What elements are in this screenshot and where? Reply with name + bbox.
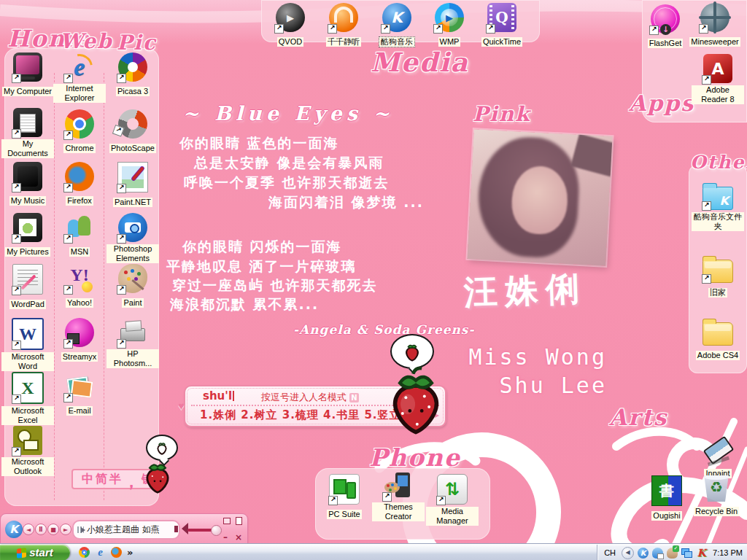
ime-mode-punctuation[interactable]: ， [123, 479, 139, 485]
pin-icon[interactable] [223, 518, 231, 524]
section-header-pic: Pic [117, 31, 157, 55]
shortcut-arrow-icon [117, 339, 126, 349]
desktop-icon-chrome[interactable]: Chrome [53, 109, 106, 154]
tray-kugou-icon[interactable]: K [638, 548, 649, 559]
shortcut-arrow-icon [63, 131, 73, 140]
section-header-media: Media [371, 47, 469, 77]
my-music-icon [13, 162, 42, 191]
desktop-icon-flashget[interactable]: FlashGet [639, 4, 692, 49]
tray-collapse-chevron[interactable]: ◀ [622, 547, 634, 559]
tray-msn-icon[interactable] [652, 548, 663, 559]
desktop-icon-media-manager[interactable]: ⇅Media Manager [426, 474, 479, 526]
desktop-icon-kugou-folder[interactable]: K酷狗音乐文件夹 [692, 179, 744, 232]
icon-label: Firefox [66, 196, 93, 206]
desktop-icon-internet-explorer[interactable]: eInternet Explorer [53, 52, 106, 104]
desktop-icon-quicktime[interactable]: QQuickTime [476, 3, 528, 47]
shortcut-arrow-icon [274, 24, 284, 34]
media-manager-icon: ⇅ [437, 474, 468, 505]
desktop-icon-photoscape[interactable]: PhotoScape [107, 109, 159, 154]
desktop-icon-photoshop-elements[interactable]: Photoshop Elements [107, 213, 159, 264]
desktop-icon-ougishi[interactable]: 書Ougishi [640, 475, 693, 521]
volume-slider-knob[interactable] [211, 525, 222, 536]
desktop-icon-microsoft-word[interactable]: WMicrosoft Word [1, 318, 54, 372]
ime-hint-badge: N [349, 393, 359, 402]
streamyx-icon [65, 318, 94, 347]
qvod-icon: ▶ [276, 3, 305, 32]
ime-candidate-list[interactable]: 1.姝俐 2.树立 3.梳理 4.书里 5.竖立 [200, 408, 401, 422]
desktop-icon-wordpad[interactable]: WordPad [1, 264, 54, 310]
previous-track-button[interactable]: ◄ [23, 524, 34, 535]
desktop-icon-my-pictures[interactable]: My Pictures [1, 213, 54, 257]
desktop-icon-yahoo[interactable]: Y!Yahoo! [53, 264, 106, 308]
desktop-icon-kugou[interactable]: K酷狗音乐 [371, 3, 423, 47]
lyrics-line: 你的眼睛 蓝色的一面海 [179, 134, 339, 153]
lyrics-line: 你的眼睛 闪烁的一面海 [182, 238, 342, 257]
playlist-icon[interactable] [236, 517, 242, 525]
shortcut-arrow-icon [328, 24, 337, 34]
desktop-icon-microsoft-excel[interactable]: XMicrosoft Excel [1, 372, 54, 426]
desktop-icon-paintnet[interactable]: Paint.NET [107, 162, 159, 208]
desktop-icon-wmp[interactable]: ▶WMP [423, 3, 476, 47]
shortcut-arrow-icon [699, 24, 708, 34]
desktop-icon-my-music[interactable]: My Music [1, 162, 54, 206]
desktop-icon-picasa[interactable]: Picasa 3 [107, 52, 159, 97]
shortcut-arrow-icon [63, 74, 73, 83]
icon-label: QVOD [277, 37, 303, 47]
shortcut-arrow-icon [63, 393, 73, 402]
folder-icon [703, 322, 733, 346]
shortcut-arrow-icon [12, 129, 21, 139]
icon-label: Picasa 3 [116, 87, 150, 96]
desktop-icon-minesweeper[interactable]: Minesweeper [689, 3, 741, 47]
next-track-button[interactable]: ► [60, 524, 71, 535]
tray-network-icon[interactable] [681, 548, 692, 559]
quicklaunch-firefox-icon[interactable] [111, 547, 122, 558]
wordpad-icon [12, 264, 43, 295]
desktop-icon-msn[interactable]: MSN [53, 213, 106, 257]
lyrics-title: ~ Blue Eyes ~ [182, 102, 394, 125]
mini-strawberry-icon [403, 341, 422, 362]
desktop-icon-streamyx[interactable]: Streamyx [53, 318, 106, 362]
icon-label: Paint [122, 298, 143, 308]
my-documents-icon [13, 108, 42, 137]
strawberry-speech-bubble [146, 435, 178, 461]
desktop-icon-pc-suite[interactable]: PC Suite [318, 474, 371, 520]
section-header-phone: Phone [369, 443, 461, 472]
desktop-icon-my-computer[interactable]: My Computer [1, 52, 54, 97]
stop-button[interactable]: ■ [47, 524, 59, 535]
desktop-icon-qvod[interactable]: ▶QVOD [264, 3, 317, 47]
tray-antivirus-icon[interactable]: K [696, 548, 707, 559]
start-button[interactable]: start [0, 545, 70, 560]
desktop-icon-adobe-cs4-folder[interactable]: Adobe CS4 [692, 315, 744, 361]
desktop-icon-adobe-reader[interactable]: AAdobe Reader 8 [692, 54, 744, 105]
close-button[interactable]: × [235, 533, 242, 542]
desktop-icon-themes-creator[interactable]: Themes Creator [372, 471, 425, 522]
desktop-icon-jiujia-folder[interactable]: 旧家 [692, 252, 744, 298]
desktop-icon-paint[interactable]: Paint [107, 264, 159, 308]
adobe-reader-icon: A [703, 54, 732, 83]
quicklaunch-chrome-icon[interactable] [79, 547, 90, 558]
minimize-button[interactable]: – [223, 533, 228, 542]
desktop-icon-email[interactable]: E-mail [53, 372, 106, 416]
language-indicator[interactable]: CH [602, 548, 618, 557]
excel-icon: X [12, 372, 44, 404]
desktop-icon-recycle-bin[interactable]: ♻Recycle Bin [690, 472, 743, 517]
lyrics-line: 总是太安静 像是会有暴风雨 [194, 154, 384, 173]
ime-mode-chinese[interactable]: 中 [82, 472, 93, 487]
section-header-arts: Arts [609, 404, 667, 430]
pause-button[interactable]: Ⅱ [35, 524, 47, 535]
quicklaunch-ie-icon[interactable]: e [95, 547, 106, 558]
tray-messenger-status-icon[interactable] [667, 548, 678, 559]
ime-mode-halfwidth[interactable]: 半 [109, 472, 121, 487]
desktop-icon-firefox[interactable]: Firefox [53, 162, 106, 206]
icon-label: HP Photosm... [107, 349, 159, 368]
desktop-icon-microsoft-outlook[interactable]: Microsoft Outlook [1, 426, 54, 477]
desktop-icon-hp-photosmart[interactable]: HP Photosm... [107, 318, 159, 369]
ime-mode-simplified[interactable]: 简 [96, 472, 107, 487]
speaker-icon [174, 526, 178, 532]
icon-label: My Pictures [5, 247, 50, 257]
shortcut-arrow-icon [117, 234, 126, 244]
desktop-icon-ttplayer[interactable]: 千千静听 [317, 3, 370, 47]
quicklaunch-overflow-chevron[interactable]: » [127, 547, 133, 558]
photoscape-icon [114, 105, 151, 142]
desktop-icon-my-documents[interactable]: My Documents [1, 108, 54, 159]
